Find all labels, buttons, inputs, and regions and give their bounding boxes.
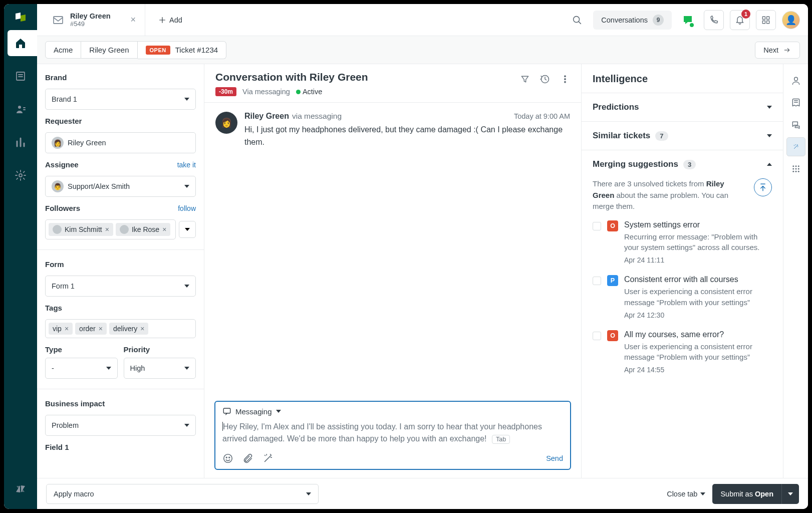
- remove-icon[interactable]: ×: [65, 325, 69, 333]
- suggestion-item[interactable]: O System settings error Recurring error …: [593, 212, 772, 268]
- assignee-label: Assigneetake it: [45, 160, 196, 169]
- follower-chip[interactable]: Ike Rose×: [116, 223, 170, 236]
- svg-point-15: [226, 457, 227, 458]
- svg-rect-6: [767, 17, 769, 19]
- submit-dropdown[interactable]: [781, 484, 799, 504]
- nav-home-icon[interactable]: [8, 30, 41, 56]
- svg-point-14: [224, 454, 232, 463]
- next-button[interactable]: Next: [755, 42, 800, 59]
- nav-customers-icon[interactable]: [8, 96, 34, 122]
- remove-icon[interactable]: ×: [99, 325, 103, 333]
- send-button[interactable]: Send: [546, 454, 563, 462]
- suggestion-title: System settings error: [624, 220, 772, 229]
- brand-select[interactable]: Brand 1: [45, 89, 196, 110]
- apps-icon[interactable]: [756, 10, 776, 30]
- conversations-pill[interactable]: Conversations 9: [593, 11, 672, 30]
- suggestion-item[interactable]: P Consistent error with all courses User…: [593, 267, 772, 322]
- knowledge-icon[interactable]: [786, 93, 805, 112]
- channel-select[interactable]: Messaging: [235, 407, 272, 416]
- tab-title: Riley Green: [70, 12, 111, 20]
- intelligence-icon[interactable]: [786, 137, 805, 156]
- remove-icon[interactable]: ×: [105, 225, 109, 233]
- chevron-down-icon[interactable]: [276, 410, 281, 413]
- apply-macro-select[interactable]: Apply macro: [46, 484, 319, 504]
- submit-button[interactable]: Submit as Open: [712, 484, 799, 504]
- message: 👩 Riley Greenvia messaging Today at 9:00…: [215, 112, 570, 149]
- apps-context-icon[interactable]: [786, 159, 805, 178]
- mail-icon: [52, 14, 64, 26]
- merge-icon[interactable]: [754, 178, 772, 196]
- conversations-context-icon[interactable]: [786, 115, 805, 134]
- business-impact-select[interactable]: Problem: [45, 415, 196, 436]
- nav-reporting-icon[interactable]: [8, 129, 34, 155]
- suggestion-date: Apr 24 14:55: [624, 366, 772, 374]
- svg-point-24: [792, 171, 794, 172]
- more-icon[interactable]: [560, 74, 570, 84]
- remove-icon[interactable]: ×: [140, 325, 144, 333]
- tags-input[interactable]: vip× order× delivery×: [45, 319, 196, 338]
- brand-label: Brand: [45, 73, 196, 82]
- similar-tickets-section[interactable]: Similar tickets7: [582, 121, 783, 150]
- notifications-icon[interactable]: 1: [730, 10, 750, 30]
- priority-select[interactable]: High: [124, 358, 196, 379]
- user-avatar[interactable]: 👤: [782, 11, 800, 29]
- suggestion-checkbox[interactable]: [593, 222, 601, 230]
- take-it-link[interactable]: take it: [177, 161, 196, 169]
- intelligence-panel: Intelligence Predictions Similar tickets…: [581, 64, 783, 478]
- composer-textarea[interactable]: Hey Riley, I'm Alex and I'll be assistin…: [215, 421, 570, 449]
- tag-chip[interactable]: order×: [75, 323, 107, 335]
- attachment-icon[interactable]: [242, 453, 253, 464]
- assignee-select[interactable]: 👨Support/Alex Smith: [45, 176, 196, 197]
- history-icon[interactable]: [540, 74, 550, 84]
- nav-views-icon[interactable]: [8, 63, 34, 89]
- via-label: Via messaging: [242, 88, 290, 96]
- suggestion-desc: User is experiencing a consistent error …: [624, 341, 772, 363]
- svg-point-16: [229, 457, 230, 458]
- follower-chip[interactable]: Kim Schmitt×: [49, 223, 113, 236]
- notification-badge: 1: [741, 10, 750, 19]
- predictions-section[interactable]: Predictions: [582, 93, 783, 121]
- messaging-icon: [222, 407, 231, 416]
- close-tab-icon[interactable]: ×: [129, 13, 138, 27]
- add-label: Add: [169, 16, 182, 24]
- suggestion-checkbox[interactable]: [593, 277, 601, 285]
- tag-chip[interactable]: vip×: [49, 323, 73, 335]
- breadcrumb-ticket[interactable]: OPEN Ticket #1234: [138, 41, 227, 59]
- followers-dropdown[interactable]: [179, 221, 196, 238]
- message-via: via messaging: [292, 112, 342, 120]
- type-select[interactable]: -: [45, 358, 118, 379]
- breadcrumb-org[interactable]: Acme: [45, 41, 81, 59]
- conversations-label: Conversations: [601, 16, 648, 24]
- requester-select[interactable]: 👩Riley Green: [45, 132, 196, 153]
- magic-wand-icon[interactable]: [262, 453, 274, 464]
- filter-icon[interactable]: [520, 74, 530, 84]
- plus-icon: [158, 16, 166, 24]
- emoji-icon[interactable]: [222, 453, 233, 464]
- merging-suggestions-section[interactable]: Merging suggestions3: [582, 150, 783, 178]
- ticket-number: Ticket #1234: [175, 46, 218, 54]
- search-icon[interactable]: [567, 10, 587, 30]
- suggestion-item[interactable]: O All my courses, same error? User is ex…: [593, 322, 772, 377]
- zendesk-z-icon[interactable]: [8, 476, 34, 502]
- message-composer[interactable]: Messaging Hey Riley, I'm Alex and I'll b…: [214, 401, 571, 470]
- breadcrumb-user[interactable]: Riley Green: [81, 41, 137, 59]
- svg-point-2: [19, 174, 22, 177]
- suggestion-checkbox[interactable]: [593, 332, 601, 340]
- ticket-tab[interactable]: Riley Green #549 ×: [45, 4, 145, 36]
- call-icon[interactable]: [704, 10, 724, 30]
- svg-rect-13: [223, 408, 230, 413]
- remove-icon[interactable]: ×: [162, 225, 166, 233]
- add-button[interactable]: Add: [151, 7, 189, 33]
- nav-admin-icon[interactable]: [8, 162, 34, 188]
- close-tab-button[interactable]: Close tab: [667, 490, 705, 498]
- user-context-icon[interactable]: [786, 71, 805, 90]
- intelligence-title: Intelligence: [582, 64, 783, 93]
- chat-status-icon[interactable]: [678, 10, 698, 30]
- svg-point-12: [565, 82, 566, 83]
- tag-chip[interactable]: delivery×: [109, 323, 148, 335]
- followers-chips[interactable]: Kim Schmitt× Ike Rose×: [45, 219, 176, 239]
- svg-point-23: [797, 168, 799, 170]
- follow-link[interactable]: follow: [178, 204, 196, 212]
- form-select[interactable]: Form 1: [45, 276, 196, 297]
- suggestion-desc: Recurring error message: "Problem with y…: [624, 231, 772, 253]
